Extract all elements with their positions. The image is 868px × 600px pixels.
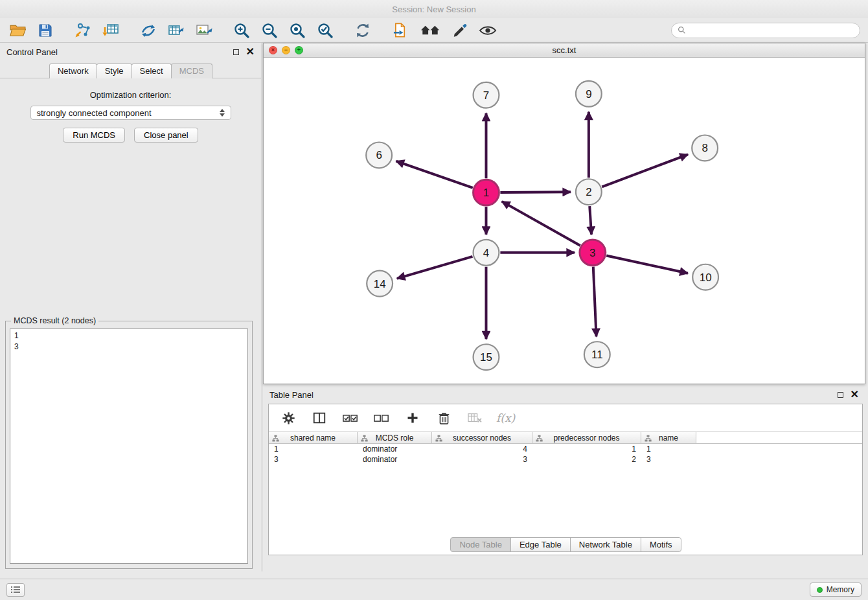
graph-node[interactable]: 9 [576, 81, 602, 107]
select-all-icon[interactable] [341, 408, 360, 428]
network-window-titlebar: scc.txt × − + [264, 43, 865, 58]
graph-edge[interactable] [397, 257, 473, 279]
close-table-panel-icon[interactable]: ✕ [851, 389, 859, 400]
run-mcds-button[interactable]: Run MCDS [63, 128, 125, 143]
graph-node[interactable]: 8 [692, 135, 718, 161]
export-table-icon[interactable] [166, 21, 186, 40]
table-cell: dominator [358, 444, 432, 454]
maximize-window-icon[interactable]: + [295, 46, 303, 54]
graph-node[interactable]: 6 [366, 142, 392, 168]
eye-icon[interactable] [478, 21, 497, 40]
result-line: 3 [14, 341, 244, 352]
task-history-button[interactable] [6, 583, 25, 597]
close-panel-icon[interactable]: ✕ [246, 47, 255, 57]
zoom-out-icon[interactable] [260, 21, 279, 40]
table-cell: 1 [269, 444, 358, 454]
tab-network[interactable]: Network [49, 63, 97, 78]
graph-edge[interactable] [500, 192, 571, 192]
tab-select[interactable]: Select [131, 63, 172, 78]
tab-mcds[interactable]: MCDS [171, 63, 212, 78]
add-column-icon[interactable] [403, 408, 422, 428]
minimize-window-icon[interactable]: − [282, 46, 290, 54]
graph-edge[interactable] [606, 255, 688, 273]
column-header[interactable]: successor nodes [432, 432, 532, 443]
search-icon [678, 26, 686, 34]
graph-node[interactable]: 1 [474, 179, 499, 205]
paintbrush-icon[interactable] [450, 21, 470, 40]
open-file-icon[interactable] [8, 21, 27, 40]
svg-text:14: 14 [374, 278, 386, 290]
export-group [139, 21, 214, 40]
delete-table-icon[interactable] [465, 408, 485, 428]
search-input[interactable] [690, 25, 854, 35]
table-cell: 3 [432, 455, 532, 464]
tab-motifs[interactable]: Motifs [641, 537, 681, 552]
close-panel-button[interactable]: Close panel [134, 128, 198, 143]
control-panel-title: Control Panel [6, 47, 58, 57]
graph-node[interactable]: 3 [580, 240, 606, 266]
import-table-icon[interactable] [101, 21, 120, 40]
table-cell: 4 [432, 444, 532, 454]
tab-edge-table[interactable]: Edge Table [510, 537, 571, 552]
sort-column-icon [536, 435, 543, 442]
column-header[interactable]: name [641, 432, 696, 443]
function-builder-icon[interactable]: f(x) [496, 411, 515, 424]
network-canvas[interactable]: 1234678910111415 [264, 58, 865, 384]
first-neighbors-icon[interactable] [418, 21, 442, 40]
table-cell: 1 [532, 444, 641, 454]
mcds-result-text[interactable]: 13 [10, 329, 248, 564]
table-row[interactable]: 1dominator411 [269, 444, 862, 454]
column-header[interactable]: shared name [269, 432, 358, 443]
graph-node[interactable]: 2 [576, 179, 602, 205]
unselect-all-icon[interactable] [372, 408, 391, 428]
refresh-icon[interactable] [353, 21, 372, 40]
table-cell: 3 [641, 455, 696, 464]
zoom-fit-icon[interactable] [288, 21, 307, 40]
float-table-panel-icon[interactable] [838, 392, 843, 398]
zoom-in-icon[interactable] [232, 21, 251, 40]
file-group [8, 21, 55, 40]
criterion-select[interactable]: strongly connected component [30, 106, 231, 120]
graph-edge[interactable] [589, 206, 591, 235]
import-network-icon[interactable] [73, 21, 93, 40]
column-panel-icon[interactable] [310, 408, 329, 428]
document-arrow-icon[interactable] [391, 21, 410, 40]
svg-text:3: 3 [589, 247, 595, 259]
table-cell: dominator [358, 455, 432, 464]
graph-node[interactable]: 7 [474, 82, 499, 108]
table-cell: 1 [641, 444, 696, 454]
graph-node[interactable]: 15 [474, 344, 499, 370]
graph-node[interactable]: 10 [692, 264, 718, 290]
network-graph[interactable]: 1234678910111415 [264, 58, 865, 384]
export-image-icon[interactable] [194, 21, 214, 40]
refresh-group [353, 21, 372, 40]
search-box[interactable] [671, 23, 860, 38]
table-row[interactable]: 3dominator323 [269, 454, 862, 465]
close-window-icon[interactable]: × [269, 46, 277, 54]
tab-node-table[interactable]: Node Table [450, 537, 511, 552]
gear-icon[interactable] [279, 408, 298, 428]
tab-network-table[interactable]: Network Table [570, 537, 641, 552]
app-titlebar: Session: New Session [0, 0, 868, 18]
status-bar: Memory [0, 579, 868, 600]
graph-edge[interactable] [593, 267, 597, 337]
memory-button[interactable]: Memory [810, 583, 862, 597]
graph-edge[interactable] [602, 154, 688, 187]
svg-text:7: 7 [483, 89, 489, 102]
graph-node[interactable]: 11 [584, 341, 610, 367]
graph-edge[interactable] [502, 202, 580, 246]
zoom-selected-icon[interactable] [315, 21, 335, 40]
tab-style[interactable]: Style [97, 63, 132, 78]
column-header[interactable]: predecessor nodes [532, 432, 641, 443]
float-panel-icon[interactable] [233, 49, 239, 55]
column-header[interactable]: MCDS role [358, 432, 432, 443]
save-icon[interactable] [36, 21, 55, 40]
trash-icon[interactable] [434, 408, 453, 428]
export-network-icon[interactable] [139, 21, 158, 40]
svg-text:1: 1 [483, 187, 489, 199]
table-panel: Table Panel ✕ [263, 386, 865, 576]
mcds-panel-content: Optimization criterion: strongly connect… [0, 78, 261, 143]
graph-node[interactable]: 14 [367, 271, 393, 297]
graph-node[interactable]: 4 [474, 240, 499, 266]
graph-edge[interactable] [396, 161, 472, 188]
